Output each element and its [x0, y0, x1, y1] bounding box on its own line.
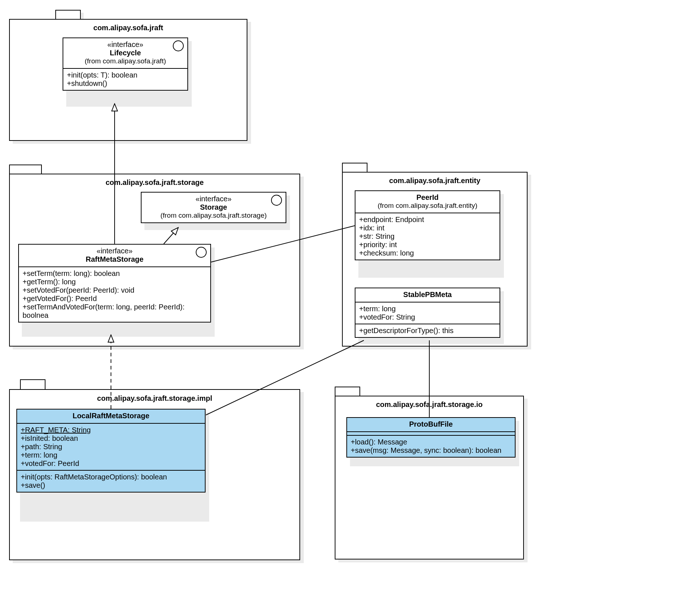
class-name: StablePBMeta	[359, 290, 496, 299]
static-attribute: +RAFT_META: String	[21, 426, 91, 434]
operations: +load(): Message +save(msg: Message, syn…	[351, 438, 511, 455]
class-from: (from com.alipay.sofa.jraft.entity)	[359, 202, 496, 210]
package-title-impl: com.alipay.sofa.jraft.storage.impl	[9, 394, 300, 403]
class-protobuffile: ProtoBufFile +load(): Message +save(msg:…	[346, 417, 516, 458]
package-tab-entity	[342, 163, 367, 173]
uml-canvas: com.alipay.sofa.jraft «interface» Lifecy…	[0, 0, 700, 613]
operations: +init(opts: RaftMetaStorageOptions): boo…	[21, 473, 201, 490]
stereotype: «interface»	[23, 247, 207, 255]
stereotype: «interface»	[67, 40, 184, 49]
class-raftmetastorage: «interface» RaftMetaStorage +setTerm(ter…	[18, 244, 211, 323]
interface-icon	[196, 247, 207, 258]
class-localraftmetastorage: LocalRaftMetaStorage +RAFT_META: String …	[16, 409, 206, 493]
interface-icon	[173, 40, 184, 51]
package-title-entity: com.alipay.sofa.jraft.entity	[342, 177, 528, 185]
package-tab-io	[335, 387, 360, 396]
package-tab-jraft	[55, 10, 81, 20]
class-stablepbmeta: StablePBMeta +term: long +votedFor: Stri…	[355, 288, 500, 338]
class-from: (from com.alipay.sofa.jraft.storage)	[145, 211, 282, 220]
class-from: (from com.alipay.sofa.jraft)	[67, 57, 184, 65]
empty-attributes	[347, 432, 515, 436]
attributes: +isInited: boolean +path: String +term: …	[21, 434, 201, 468]
package-tab-storage	[9, 165, 42, 174]
stereotype: «interface»	[145, 195, 282, 203]
class-storage: «interface» Storage (from com.alipay.sof…	[141, 192, 286, 223]
class-lifecycle: «interface» Lifecycle (from com.alipay.s…	[63, 37, 188, 91]
operations: +getDescriptorForType(): this	[359, 327, 496, 335]
class-name: PeerId	[359, 193, 496, 202]
operations: +setTerm(term: long): boolean +getTerm()…	[23, 269, 207, 320]
class-name: ProtoBufFile	[351, 420, 511, 428]
class-peerid: PeerId (from com.alipay.sofa.jraft.entit…	[355, 190, 500, 260]
class-name: RaftMetaStorage	[23, 255, 207, 264]
package-title-io: com.alipay.sofa.jraft.storage.io	[335, 400, 524, 409]
attributes: +term: long +votedFor: String	[359, 305, 496, 321]
attributes: +endpoint: Endpoint +idx: int +str: Stri…	[359, 215, 496, 257]
package-title-jraft: com.alipay.sofa.jraft	[9, 24, 247, 32]
package-tab-impl	[20, 379, 45, 390]
class-name: Lifecycle	[67, 49, 184, 57]
operations: +init(opts: T): boolean +shutdown()	[67, 71, 184, 88]
interface-icon	[271, 195, 282, 206]
class-name: LocalRaftMetaStorage	[21, 412, 201, 420]
package-title-storage: com.alipay.sofa.jraft.storage	[9, 178, 300, 187]
class-name: Storage	[145, 203, 282, 211]
